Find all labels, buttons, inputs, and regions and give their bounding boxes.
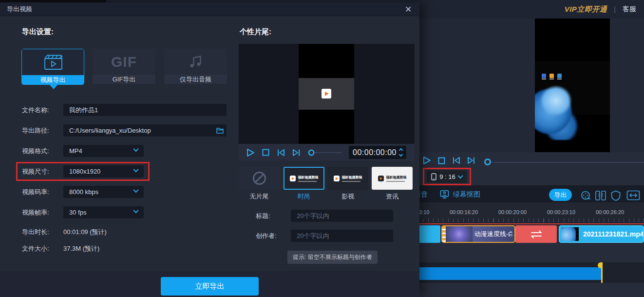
effect-thumbnail [446,226,473,242]
blue-rose-image [535,77,582,140]
ruler-timestamp: 00:00:23:10 [547,209,575,215]
option-none-label: 无片尾 [239,192,280,201]
brand-name: 福昕视频剪辑 [386,175,407,180]
close-icon[interactable]: ✕ [403,4,414,15]
active-type-pointer [50,85,57,89]
green-screen-label: 绿幕抠图 [453,190,480,199]
next-frame-icon[interactable] [467,157,475,164]
video-clip-thumbnail [561,227,579,241]
bitrate-select[interactable]: 8000 kbps [63,186,144,198]
prev-frame-icon[interactable] [277,149,285,157]
clip-transition[interactable] [515,225,557,243]
next-frame-icon[interactable] [292,149,301,157]
ratio-highlight-box [423,168,471,185]
ending-title-input[interactable] [291,210,393,222]
video-clip-label: 202111231821.mp4 [583,230,644,238]
brand-name: 福昕视频剪辑 [298,175,319,180]
ending-option-fashion[interactable]: 福昕视频剪辑 [284,167,324,190]
audio-track-bar[interactable] [418,267,601,280]
green-screen-icon [440,190,449,199]
brand-name: 福昕视频剪辑 [342,175,362,180]
ending-heading: 个性片尾: [240,27,271,37]
brand-logo-icon [322,89,331,99]
music-note-icon [189,55,203,69]
ending-timecode: 00:00:00:00 [353,148,397,157]
export-type-audio[interactable]: 仅导出音频 [164,49,227,84]
audio-type-label: 仅导出音频 [164,75,227,84]
export-type-gif[interactable]: GIF GIF导出 [93,49,155,84]
green-screen-tool[interactable]: 绿幕抠图 [440,190,480,199]
ending-option-film[interactable]: 福昕视频剪辑 [327,167,368,190]
clapperboard-icon [43,54,63,71]
clip-video[interactable]: 202111231821.mp4 [559,225,644,243]
format-select[interactable]: MP4 [63,145,144,157]
play-icon[interactable] [246,148,255,157]
option-fashion-label: 时尚 [284,192,324,201]
fps-label: 视频帧率: [22,206,49,218]
film-reel-icon[interactable] [580,190,591,201]
playhead-line[interactable] [601,262,603,283]
folder-icon[interactable] [216,127,224,134]
brand-tagline-bar [386,181,405,182]
ending-tip: 提示: 留空不展示标题与创作者 [287,251,378,264]
option-film-label: 影视 [327,192,368,201]
prev-frame-icon[interactable] [452,157,460,164]
ruler-timestamp: 00:00:16:20 [450,209,478,215]
ruler-red-line [418,223,644,224]
ending-timecode-box[interactable]: 00:00:00:00 [349,146,406,159]
ending-creator-input[interactable] [291,230,393,242]
format-label: 视频格式: [22,145,49,157]
dialog-title: 导出视频 [0,5,32,14]
brand-tagline-bar [342,181,360,182]
split-panels-icon[interactable] [595,190,606,201]
ending-creator-label: 创作者: [256,230,277,242]
clip-effect[interactable]: 动漫速度线-白 [441,225,515,243]
play-icon[interactable] [423,156,431,165]
ending-option-none[interactable] [239,167,280,190]
option-news-label: 资讯 [372,192,413,201]
brand-tagline-bar [298,181,317,182]
ruler-timestamp: 3:10 [419,209,429,215]
ending-option-news[interactable]: 福昕视频剪辑 [372,167,413,190]
stop-icon[interactable] [262,149,269,156]
transition-arrows-icon [530,230,543,238]
player-transport [423,156,475,165]
ending-seek-bar[interactable] [308,149,343,156]
filename-input[interactable] [63,104,227,116]
export-settings-heading: 导出设置: [22,27,54,37]
gif-type-label: GIF导出 [93,75,155,84]
video-type-label: 视频导出 [22,75,84,84]
timeline-ruler[interactable]: 3:10 00:00:16:20 00:00:20:00 00:00:23:10… [418,202,644,225]
gif-text-icon: GIF [111,54,137,70]
no-ending-icon [253,172,266,185]
clip-partial[interactable] [418,225,440,243]
shield-icon[interactable] [611,190,621,201]
seek-knob[interactable] [484,158,491,165]
seek-bar[interactable] [492,162,644,163]
support-link[interactable]: 客服 [623,5,636,14]
export-now-button[interactable]: 立即导出 [161,277,259,296]
ruler-timestamp: 00:00:26:20 [596,209,624,215]
topbar-divider: | [614,5,616,13]
expand-width-icon[interactable] [626,190,640,200]
ruler-timestamp: 00:00:20:00 [498,209,527,215]
filesize-value: 37.3M (预计) [63,242,99,255]
timecode-spinner[interactable] [399,149,402,156]
path-input[interactable] [63,124,227,137]
export-button[interactable]: 导出 [549,189,572,201]
stop-icon[interactable] [438,157,445,164]
filesize-label: 文件大小: [22,242,49,255]
gif-type-icon-area: GIF [93,49,155,75]
video-type-icon-area [22,49,84,75]
effect-clip-label: 动漫速度线-白 [474,230,512,238]
dialog-titlebar: 导出视频 ✕ [0,2,419,16]
window-tab-stub [0,0,106,2]
ending-title-label: 标题: [256,210,270,222]
duration-value: 00:01:09 (预计) [63,226,107,238]
film-sprocket-strip [442,226,446,242]
export-type-video[interactable]: 视频导出 [21,49,84,85]
audio-type-icon-area [164,49,227,75]
vip-activate-link[interactable]: VIP立即开通 [565,5,607,14]
fps-select[interactable]: 30 fps [63,206,144,218]
path-label: 导出路径: [22,124,49,137]
